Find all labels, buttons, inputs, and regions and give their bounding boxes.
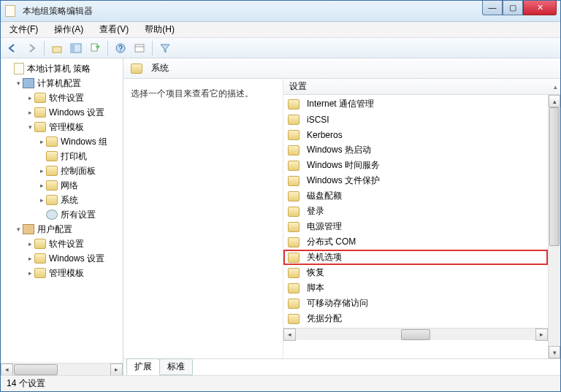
tree-windows-components[interactable]: ▸Windows 组 <box>2 134 121 149</box>
up-button[interactable] <box>48 39 66 57</box>
expander-icon[interactable] <box>37 210 46 219</box>
folder-icon <box>288 222 299 232</box>
list-item[interactable]: 磁盘配额 <box>283 188 548 204</box>
list-item[interactable]: Kerberos <box>283 127 548 142</box>
tree-printers[interactable]: 打印机 <box>2 149 121 164</box>
tree-computer-config[interactable]: ▾计算机配置 <box>2 76 121 91</box>
pane-header: 系统 <box>123 58 560 79</box>
expander-icon[interactable]: ▾ <box>26 123 34 131</box>
help-button[interactable]: ? <box>112 39 129 57</box>
forward-button[interactable] <box>23 39 40 57</box>
tree-windows-settings[interactable]: ▸Windows 设置 <box>2 105 121 120</box>
list-item[interactable]: 脚本 <box>283 280 548 296</box>
tab-standard[interactable]: 标准 <box>159 358 193 375</box>
menu-action[interactable]: 操作(A) <box>50 22 88 37</box>
scroll-right-button[interactable]: ▸ <box>110 364 123 376</box>
list-item[interactable]: 登录 <box>283 204 548 219</box>
expander-icon[interactable]: ▸ <box>26 108 34 117</box>
user-icon <box>23 224 34 234</box>
menu-help[interactable]: 帮助(H) <box>140 22 179 37</box>
expander-icon[interactable]: ▸ <box>37 166 46 175</box>
folder-icon <box>288 268 299 278</box>
list-item-label: Windows 时间服务 <box>307 159 380 172</box>
computer-icon <box>23 78 34 88</box>
close-button[interactable]: ✕ <box>523 1 557 15</box>
scroll-left-button[interactable]: ◂ <box>1 364 13 376</box>
expander-icon[interactable]: ▸ <box>37 196 46 204</box>
tree-software-settings[interactable]: ▸软件设置 <box>2 91 121 105</box>
svg-rect-6 <box>135 45 144 52</box>
show-hide-tree-button[interactable] <box>67 39 85 57</box>
tree[interactable]: 本地计算机 策略 ▾计算机配置 ▸软件设置 ▸Windows 设置 ▾管理模板 … <box>1 58 123 363</box>
list-item-label: 凭据分配 <box>307 312 342 325</box>
scroll-thumb[interactable] <box>14 364 58 375</box>
expander-icon[interactable]: ▾ <box>14 79 23 88</box>
list-hscroll[interactable]: ◂ ▸ <box>283 328 548 340</box>
tree-software-settings-user[interactable]: ▸软件设置 <box>2 237 121 251</box>
minimize-button[interactable]: — <box>482 1 503 15</box>
expander-icon[interactable] <box>37 152 46 161</box>
menu-view[interactable]: 查看(V) <box>95 22 133 37</box>
tree-all-settings[interactable]: 所有设置 <box>2 207 121 222</box>
list-item-label: 脚本 <box>307 282 324 294</box>
tab-bar: 扩展 标准 <box>123 359 560 375</box>
scroll-thumb[interactable] <box>549 107 560 246</box>
tab-extended[interactable]: 扩展 <box>126 358 160 375</box>
settings-list[interactable]: Internet 通信管理iSCSIKerberosWindows 热启动Win… <box>283 95 548 328</box>
expander-icon[interactable]: ▸ <box>26 239 34 248</box>
tree-control-panel[interactable]: ▸控制面板 <box>2 164 121 178</box>
tree-network[interactable]: ▸网络 <box>2 178 121 193</box>
back-button[interactable] <box>4 39 21 57</box>
tree-system[interactable]: ▸系统 <box>2 193 121 207</box>
app-icon <box>5 5 15 17</box>
toolbar: ? <box>1 38 560 58</box>
expander-icon[interactable] <box>5 64 14 73</box>
expander-icon[interactable]: ▸ <box>37 137 46 146</box>
list-item[interactable]: iSCSI <box>283 112 548 127</box>
list-item[interactable]: 恢复 <box>283 265 548 280</box>
list-item[interactable]: Windows 时间服务 <box>283 158 548 173</box>
expander-icon[interactable]: ▾ <box>14 225 23 234</box>
folder-icon <box>46 137 58 147</box>
expander-icon[interactable]: ▸ <box>26 254 34 263</box>
scroll-thumb[interactable] <box>401 329 430 340</box>
list-vscroll[interactable]: ▴ ▾ <box>548 95 560 358</box>
export-button[interactable] <box>86 39 104 57</box>
scroll-right-button[interactable]: ▸ <box>535 328 548 341</box>
tree-hscroll[interactable]: ◂ ▸ <box>1 363 123 375</box>
properties-button[interactable] <box>131 39 148 57</box>
list-column: 设置 ▴ Internet 通信管理iSCSIKerberosWindows 热… <box>283 79 560 358</box>
list-item[interactable]: 凭据分配 <box>283 311 548 326</box>
folder-icon <box>46 180 58 191</box>
filter-button[interactable] <box>156 39 174 57</box>
maximize-button[interactable]: ▢ <box>503 1 523 15</box>
list-header[interactable]: 设置 ▴ <box>283 79 560 95</box>
tree-admin-templates-user[interactable]: ▸管理模板 <box>2 266 121 280</box>
list-item[interactable]: 电源管理 <box>283 219 548 234</box>
list-item[interactable]: 分布式 COM <box>283 234 548 250</box>
column-header-settings[interactable]: 设置 <box>289 80 307 93</box>
list-item-label: 关机选项 <box>307 251 342 264</box>
menu-file[interactable]: 文件(F) <box>5 22 42 37</box>
tree-root[interactable]: 本地计算机 策略 <box>2 61 121 76</box>
scroll-left-button[interactable]: ◂ <box>283 328 296 341</box>
expander-icon[interactable]: ▸ <box>37 181 46 190</box>
pane-title: 系统 <box>151 62 169 74</box>
folder-icon <box>34 253 46 264</box>
list-item[interactable]: Windows 热启动 <box>283 142 548 158</box>
status-bar: 14 个设置 <box>1 375 560 391</box>
title-bar[interactable]: 本地组策略编辑器 — ▢ ✕ <box>1 1 560 22</box>
list-item[interactable]: Windows 文件保护 <box>283 173 548 188</box>
tree-admin-templates[interactable]: ▾管理模板 <box>2 120 121 134</box>
scroll-up-icon[interactable]: ▴ <box>554 83 557 91</box>
toolbar-separator <box>152 41 153 55</box>
expander-icon[interactable]: ▸ <box>26 93 34 102</box>
list-item[interactable]: 可移动存储访问 <box>283 296 548 311</box>
tree-user-config[interactable]: ▾用户配置 <box>2 222 121 237</box>
scroll-up-button[interactable]: ▴ <box>549 95 560 107</box>
list-item[interactable]: 关机选项 <box>283 250 548 265</box>
tree-windows-settings-user[interactable]: ▸Windows 设置 <box>2 251 121 266</box>
scroll-down-button[interactable]: ▾ <box>549 346 560 358</box>
expander-icon[interactable]: ▸ <box>26 269 34 277</box>
list-item[interactable]: Internet 通信管理 <box>283 96 548 112</box>
